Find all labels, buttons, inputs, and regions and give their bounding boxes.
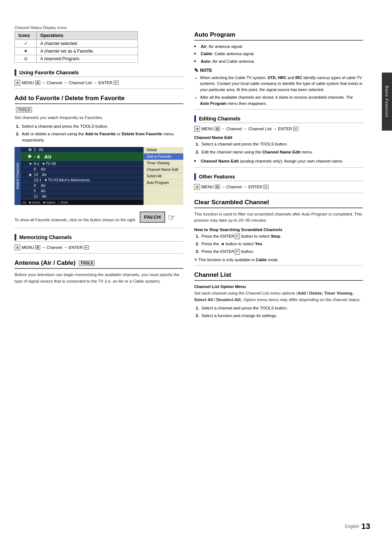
- list-item: 3. Press the ENTER↵ button.: [196, 249, 363, 255]
- note-item: After all the available channels are sto…: [200, 94, 363, 106]
- channel-name-edit-title: Channel Name Edit: [194, 135, 363, 140]
- editing-channels-section: Editing Channels: [194, 115, 363, 123]
- tools-badge-area: TOOLS: [15, 107, 183, 112]
- desc-clock: A reserved Program.: [37, 55, 138, 63]
- desc-heart: A channel set as a Favorite.: [37, 48, 138, 55]
- list-item: 1. Select a channel and press the TOOLS …: [196, 305, 363, 311]
- list-item: Auto: Air and Cable antenna.: [194, 58, 363, 65]
- scrambled-steps: 1. Press the ENTER↵ button to select Sto…: [196, 233, 363, 255]
- clear-scrambled-title: Clear Scrambled Channel: [194, 199, 363, 206]
- list-item: Cable: Cable antenna signal.: [194, 51, 363, 57]
- menu-item-delete: Delete: [144, 147, 183, 153]
- list-item: 1. Press the ENTER↵ button to select Sto…: [196, 233, 363, 239]
- memorizing-title: Memorizing Channels: [19, 234, 72, 240]
- tv-row: 5 Air: [21, 188, 143, 194]
- hand-icon: ☞: [168, 213, 176, 223]
- menu-item-name-edit: Channel Name Edit: [144, 167, 183, 173]
- enter-icon: ↵: [114, 81, 119, 85]
- menu-item-timer: Timer Viewing: [144, 160, 183, 167]
- using-favorite-menu-path: ⊞ MENU ⊞ → Channel → Channel List → ENTE…: [15, 80, 183, 86]
- menu-icon: ⊞: [194, 184, 200, 190]
- note-item: When selecting the Cable TV system: STD,…: [200, 75, 363, 93]
- icon-clock: ⊙: [15, 55, 37, 63]
- status-table: Icons Operations ✓ A channel selected. ♥…: [15, 31, 138, 63]
- menu-box: ⊞: [35, 245, 40, 250]
- note-title: ✎ NOTE: [194, 67, 363, 73]
- note-section: ✎ NOTE When selecting the Cable TV syste…: [194, 67, 363, 107]
- editing-channels-menu: ⊞ MENU ⊞ → Channel → Channel List → ENTE…: [194, 126, 363, 132]
- channel-list-section: Channel List: [194, 271, 363, 281]
- menu-icon: ⊞: [194, 126, 200, 132]
- scrambled-note: ✎ This function is only available in Cab…: [194, 258, 363, 262]
- auto-program-section: Auto Program: [194, 31, 363, 41]
- menu-item-auto-program: Auto Program: [144, 180, 183, 186]
- tools-badge: TOOLS: [16, 107, 32, 112]
- editing-steps: 1. Select a channel and press the TOOLS …: [196, 141, 363, 155]
- table-row: ♥ A channel set as a Favorite.: [15, 48, 138, 55]
- list-item: 2. Edit the channel name using the Chann…: [196, 149, 363, 155]
- chapter-label: Basic Features: [385, 86, 389, 117]
- icon-check: ✓: [15, 40, 37, 48]
- enter-icon: ↵: [293, 127, 298, 131]
- menu-icon: ⊞: [15, 80, 20, 86]
- channel-list-steps: 1. Select a channel and press the TOOLS …: [196, 305, 363, 319]
- col-icons: Icons: [15, 32, 37, 40]
- tv-row: ♥ 4-1 ♥ TV #8: [21, 161, 143, 167]
- antenna-section: Antenna (Air / Cable) TOOLS: [15, 259, 183, 269]
- tv-row: ✿ 2 Air: [21, 147, 143, 152]
- fav-ch-button-area: FAV.CH ☞: [140, 209, 176, 223]
- channel-list-body: Set each channel using the Channel List …: [194, 290, 363, 303]
- blue-bar: [15, 69, 16, 76]
- list-item: 2. Select a function and change its sett…: [196, 313, 363, 319]
- list-item: 1. Select a channel and press the TOOLS …: [16, 123, 183, 130]
- add-favorite-intro: Set channels you watch frequently as Fav…: [15, 115, 183, 121]
- note-icon: ✎: [194, 67, 199, 73]
- tv-row-highlight: ✚ · 4 Air: [21, 152, 143, 161]
- enter-icon: ↵: [235, 234, 240, 239]
- page-footer: English 13: [345, 522, 370, 531]
- list-item: Channel Name Edit (analog channels only)…: [194, 158, 363, 164]
- list-item: 1. Select a channel and press the TOOLS …: [196, 141, 363, 147]
- tv-channel-list: ✿ 2 Air ✚ · 4 Air ♥ 4-1: [21, 147, 143, 205]
- desc-check: A channel selected.: [37, 40, 138, 48]
- tv-row: ◈ 13 Air: [21, 172, 143, 177]
- table-row: ✓ A channel selected.: [15, 40, 138, 48]
- caption-text: To show all Favorite channels, click on …: [15, 217, 136, 223]
- tv-row: 8 Air: [21, 167, 143, 172]
- tv-content: ✿ 2 Air ✚ · 4 Air ♥ 4-1: [21, 147, 183, 205]
- memorizing-section: Memorizing Channels: [15, 234, 183, 242]
- table-title: Channel Status Display Icons: [15, 25, 183, 30]
- blue-bar: [194, 173, 196, 180]
- using-favorite-section: Using Favorite Channels: [15, 69, 183, 77]
- tv-sidebar-label: Added Channels: [15, 147, 21, 205]
- editing-bullets: Channel Name Edit (analog channels only)…: [194, 158, 363, 164]
- menu-box: ⊞: [215, 185, 220, 189]
- other-features-title: Other Features: [199, 174, 235, 180]
- tv-bottom-bar: Air ■ Zoom ■ Select ♪ Tools: [21, 200, 143, 205]
- menu-item-select-all: Select All: [144, 173, 183, 180]
- channel-list-option-title: Channel List Option Menu: [194, 284, 363, 289]
- scrambled-note-text: ✎ This function is only available in Cab…: [194, 258, 363, 262]
- enter-icon: ↵: [84, 245, 89, 250]
- enter-icon: ↵: [235, 249, 240, 255]
- tv-row: 13-1 ♥ TV #3 Alice's Adventures: [21, 177, 143, 183]
- page-number: 13: [362, 522, 370, 531]
- list-item: 2. Press the ◄ button to select Yes.: [196, 241, 363, 247]
- clear-scrambled-section: Clear Scrambled Channel: [194, 199, 363, 208]
- fav-ch-button[interactable]: FAV.CH: [140, 212, 165, 223]
- language-label: English: [345, 524, 359, 529]
- blue-bar: [194, 115, 196, 122]
- note-list: When selecting the Cable TV system: STD,…: [200, 75, 363, 107]
- table-section: Channel Status Display Icons Icons Opera…: [15, 25, 183, 63]
- enter-icon: ↵: [264, 185, 269, 189]
- memorizing-menu-path: ⊞ MENU ⊞ → Channel → ENTER ↵: [15, 245, 183, 250]
- tv-row: 9 Air: [21, 183, 143, 188]
- antenna-title: Antenna (Air / Cable) TOOLS: [15, 259, 183, 267]
- menu-icon: ⊞: [15, 245, 20, 250]
- editing-channels-title: Editing Channels: [199, 116, 240, 122]
- list-item: 2. Add or delete a channel using the Add…: [16, 131, 183, 144]
- other-features-menu: ⊞ MENU ⊞ → Channel → ENTER ↵: [194, 184, 363, 190]
- menu-item-add-favorite: Add to Favorite: [144, 153, 183, 160]
- fav-ch-area: To show all Favorite channels, click on …: [15, 209, 183, 223]
- add-favorite-section: Add to Favorite / Delete from Favorite: [15, 95, 183, 104]
